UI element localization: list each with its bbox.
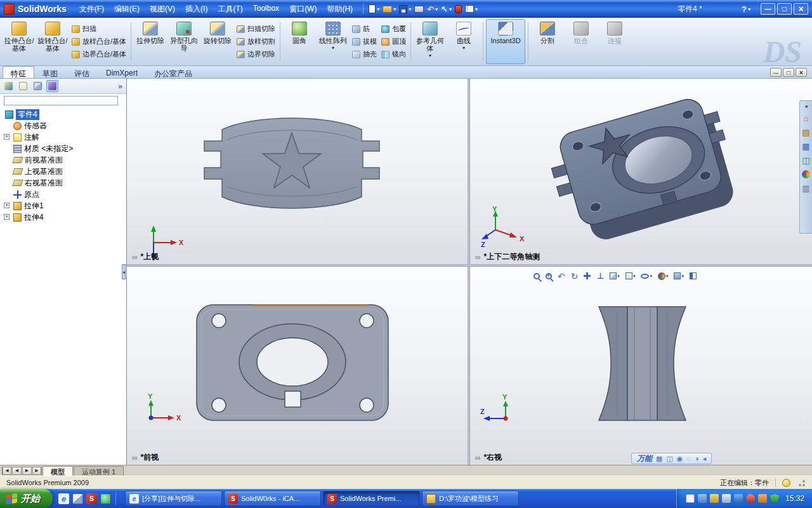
boundary-cut-button[interactable]: 边界切除 [237, 48, 275, 60]
configurationmanager-tab[interactable] [32, 80, 44, 92]
task-folder-window[interactable]: D:\罗功波\模型练习 [422, 491, 519, 506]
reference-geometry-button[interactable]: 参考几何体 [414, 19, 447, 64]
print-button[interactable] [414, 6, 424, 13]
section-view-button[interactable] [690, 272, 697, 279]
ime-name[interactable]: 万能 [637, 453, 652, 464]
ime-fullwidth-icon[interactable] [695, 455, 699, 462]
shell-button[interactable]: 抽壳 [352, 48, 377, 60]
extruded-cut-button[interactable]: 拉伸切除 [134, 19, 167, 64]
hole-wizard-button[interactable]: 异型孔向导 [167, 19, 200, 64]
tray-icon[interactable] [710, 494, 719, 503]
tab-dimxpert[interactable]: DimXpert [98, 66, 146, 78]
open-button[interactable] [383, 6, 396, 13]
ime-keyboard-icon[interactable] [656, 455, 662, 463]
tray-icon[interactable] [698, 494, 707, 503]
close-button[interactable] [794, 3, 808, 15]
panel-options-chevron-icon[interactable] [118, 82, 124, 91]
viewport-top-view[interactable]: X *上视 [127, 79, 468, 264]
tree-item-sensors[interactable]: 传感器 [3, 120, 126, 131]
new-document-button[interactable] [369, 4, 379, 13]
fillet-button[interactable]: 圆角 [283, 19, 316, 64]
menu-insert[interactable]: 插入(I) [180, 1, 213, 17]
tray-icon[interactable] [722, 494, 731, 503]
tree-item-extrude4[interactable]: 拉伸4 [3, 211, 126, 223]
menu-edit[interactable]: 编辑(E) [109, 1, 145, 17]
task-pane-expand-icon[interactable] [804, 103, 808, 109]
ime-settings-icon[interactable] [703, 455, 707, 463]
tree-item-annotations[interactable]: 注解 [3, 131, 126, 143]
tab-office-products[interactable]: 办公室产品 [146, 66, 200, 78]
search-icon[interactable] [801, 156, 811, 165]
featuremanager-tree-tab[interactable] [3, 80, 15, 92]
tree-item-part-root[interactable]: 零件4 [3, 109, 126, 120]
appearances-icon[interactable] [802, 170, 810, 178]
options-button[interactable] [465, 5, 478, 13]
join-button[interactable]: 连接 [598, 19, 631, 64]
hide-show-items-button[interactable] [641, 274, 652, 279]
vertical-viewport-splitter[interactable] [468, 79, 470, 465]
file-explorer-icon[interactable] [801, 142, 811, 151]
dimxpertmanager-tab[interactable] [46, 80, 58, 92]
tree-item-front-plane[interactable]: 前视基准面 [3, 154, 126, 166]
custom-properties-icon[interactable] [801, 184, 811, 193]
start-button[interactable]: 开始 [0, 489, 53, 508]
quick-tips-icon[interactable] [782, 479, 790, 487]
solidworks-launch-icon[interactable] [86, 493, 97, 504]
rotate-view-button[interactable] [571, 271, 579, 281]
menu-window[interactable]: 窗口(W) [284, 1, 322, 17]
tree-item-extrude1[interactable]: 拉伸1 [3, 200, 126, 211]
task-solidworks-ica[interactable]: SolidW0rks - iCA... [224, 491, 321, 506]
curves-button[interactable]: 曲线 [447, 19, 480, 64]
quick-launch-icon[interactable] [100, 493, 111, 504]
zoom-fit-button[interactable] [534, 273, 540, 279]
rebuild-button[interactable] [455, 5, 462, 13]
split-button[interactable]: 分割 [531, 19, 564, 64]
combine-button[interactable]: 组合 [565, 19, 598, 64]
menu-tools[interactable]: 工具(T) [213, 1, 247, 17]
first-tab-button[interactable] [2, 467, 11, 475]
task-solidworks-premium[interactable]: SolidWorks Premi... [323, 491, 420, 506]
menu-file[interactable]: 文件(F) [74, 1, 109, 17]
taskbar-clock[interactable]: 15:32 [785, 494, 804, 503]
expand-icon[interactable] [4, 134, 10, 140]
select-button[interactable] [441, 4, 452, 14]
viewport-front-view[interactable]: Y X *前视 [127, 267, 468, 465]
maximize-button[interactable] [777, 3, 792, 15]
task-browser-window[interactable]: [分享]拉伸与切除... [125, 491, 222, 506]
edit-appearance-button[interactable] [658, 272, 669, 280]
mirror-button[interactable]: 镜向 [381, 48, 406, 60]
boundary-boss-button[interactable]: 边界凸台/基体 [72, 48, 126, 60]
view-orientation-button[interactable] [610, 272, 620, 279]
previous-view-button[interactable] [558, 271, 565, 281]
revolved-boss-button[interactable]: 旋转凸台/基体 [36, 19, 69, 64]
resize-grip[interactable] [797, 478, 806, 487]
menu-view[interactable]: 视图(V) [145, 1, 180, 17]
swept-cut-button[interactable]: 扫描切除 [237, 23, 275, 35]
rib-button[interactable]: 筋 [352, 23, 377, 35]
sweep-button[interactable]: 扫描 [72, 23, 126, 35]
display-style-button[interactable] [625, 272, 636, 279]
linear-pattern-button[interactable]: 线性阵列 [317, 19, 350, 64]
tab-features[interactable]: 特征 [3, 66, 34, 78]
tab-model[interactable]: 模型 [43, 466, 73, 476]
wrap-button[interactable]: 包覆 [381, 23, 406, 35]
revolved-cut-button[interactable]: 旋转切除 [201, 19, 234, 64]
show-desktop-icon[interactable] [72, 493, 83, 504]
help-menu[interactable]: ? [742, 4, 750, 14]
expand-icon[interactable] [4, 203, 10, 208]
dome-button[interactable]: 圆顶 [381, 36, 406, 48]
tree-item-material[interactable]: 材质 <未指定> [3, 143, 126, 154]
doc-minimize-button[interactable] [770, 68, 782, 77]
zoom-area-button[interactable] [546, 273, 552, 279]
language-indicator-icon[interactable] [686, 494, 695, 503]
ime-network-icon[interactable] [677, 455, 683, 463]
pan-button[interactable] [584, 272, 591, 279]
design-library-icon[interactable] [801, 128, 811, 137]
tab-motion-study[interactable]: 运动算例 1 [74, 466, 124, 476]
tree-filter-input[interactable] [4, 96, 118, 105]
tray-icon[interactable] [746, 494, 755, 503]
solidworks-resources-icon[interactable] [801, 114, 811, 123]
tree-item-right-plane[interactable]: 右视基准面 [3, 177, 126, 189]
next-tab-button[interactable] [22, 467, 32, 475]
security-shield-icon[interactable] [770, 494, 779, 503]
